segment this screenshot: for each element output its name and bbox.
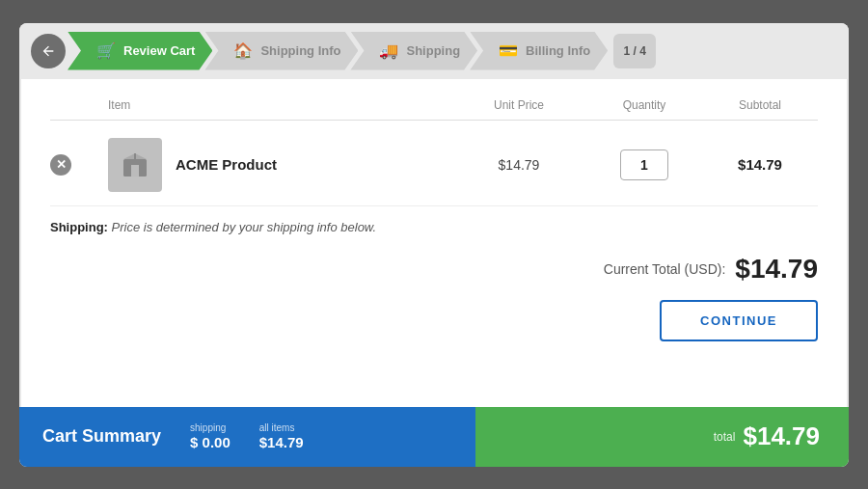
cart-summary-left: Cart Summary shipping $ 0.00 all Items $… — [19, 407, 475, 467]
total-amount: $14.79 — [735, 254, 818, 285]
col-item: Item — [108, 98, 451, 112]
summary-all-items: all Items $14.79 — [259, 422, 304, 450]
col-quantity: Quantity — [586, 98, 702, 112]
back-button[interactable] — [31, 34, 66, 68]
step-review-cart-label: Review Cart — [123, 43, 195, 58]
checkout-container: 🛒 Review Cart 🏠 Shipping Info 🚚 Shipping… — [19, 23, 849, 467]
truck-icon: 🚚 — [379, 41, 398, 60]
total-section: Current Total (USD): $14.79 — [50, 254, 818, 285]
home-icon: 🏠 — [233, 41, 253, 60]
col-unit-price: Unit Price — [451, 98, 586, 112]
quantity-box — [586, 149, 702, 180]
shipping-note: Shipping: Price is determined by your sh… — [50, 220, 818, 234]
step-shipping-info-label: Shipping Info — [260, 43, 340, 58]
summary-total-label: total — [714, 430, 736, 444]
continue-section: CONTINUE — [50, 300, 818, 341]
cart-summary-right: total $14.79 — [475, 407, 849, 467]
summary-all-items-label: all Items — [259, 422, 295, 433]
billing-icon: 💳 — [499, 41, 518, 60]
step-shipping[interactable]: 🚚 Shipping — [350, 32, 477, 70]
remove-button[interactable]: ✕ — [50, 154, 71, 176]
subtotal: $14.79 — [702, 156, 818, 173]
shipping-note-label: Shipping: — [50, 220, 108, 234]
summary-shipping: shipping $ 0.00 — [190, 422, 231, 450]
summary-shipping-value: $ 0.00 — [190, 434, 231, 450]
cart-icon: 🛒 — [96, 41, 116, 60]
summary-total-value: $14.79 — [743, 421, 820, 451]
svg-rect-2 — [131, 165, 139, 177]
step-shipping-info[interactable]: 🏠 Shipping Info — [204, 32, 358, 70]
step-billing-info[interactable]: 💳 Billing Info — [470, 32, 608, 70]
summary-shipping-label: shipping — [190, 422, 226, 433]
summary-all-items-value: $14.79 — [259, 434, 304, 450]
col-subtotal: Subtotal — [702, 98, 818, 112]
table-row: ✕ ACME Product $14.79 $14.79 — [50, 124, 818, 206]
continue-button[interactable]: CONTINUE — [660, 300, 818, 341]
main-content: Item Unit Price Quantity Subtotal ✕ A — [21, 79, 847, 407]
step-billing-info-label: Billing Info — [526, 43, 590, 58]
product-image — [108, 138, 162, 192]
cart-summary-title: Cart Summary — [42, 426, 161, 447]
cart-summary-bar: Cart Summary shipping $ 0.00 all Items $… — [19, 407, 849, 467]
steps-bar: 🛒 Review Cart 🏠 Shipping Info 🚚 Shipping… — [19, 23, 849, 79]
col-remove — [50, 98, 108, 112]
step-shipping-label: Shipping — [406, 43, 460, 58]
total-label: Current Total (USD): — [604, 261, 726, 277]
step-counter: 1 / 4 — [613, 34, 656, 68]
shipping-note-text: Price is determined by your shipping inf… — [112, 220, 377, 234]
step-review-cart[interactable]: 🛒 Review Cart — [68, 32, 212, 70]
unit-price: $14.79 — [451, 157, 586, 173]
quantity-input[interactable] — [620, 149, 668, 180]
product-name: ACME Product — [162, 156, 277, 173]
table-header: Item Unit Price Quantity Subtotal — [50, 98, 818, 121]
